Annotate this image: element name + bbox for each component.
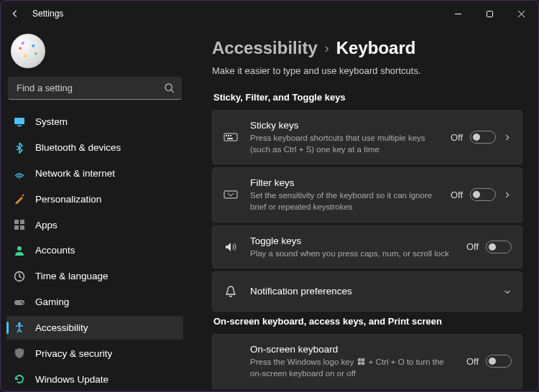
sidebar-item-network[interactable]: Network & internet xyxy=(6,162,183,186)
sidebar-item-label: System xyxy=(35,116,68,127)
time-icon xyxy=(14,271,25,282)
chevron-down-icon xyxy=(503,287,512,297)
toggle-switch[interactable] xyxy=(470,131,496,144)
avatar[interactable] xyxy=(11,34,45,68)
page-subtitle: Make it easier to type and use keyboard … xyxy=(212,65,522,76)
breadcrumb-current: Keyboard xyxy=(336,38,416,58)
privacy-icon xyxy=(14,347,25,359)
setting-card-toggle[interactable]: Toggle keysPlay a sound when you press c… xyxy=(212,225,522,269)
card-desc: Set the sensitivity of the keyboard so i… xyxy=(250,190,439,213)
search-input[interactable] xyxy=(8,77,182,100)
sidebar-item-label: Accounts xyxy=(35,245,75,256)
nav: SystemBluetooth & devicesNetwork & inter… xyxy=(6,110,183,391)
toggle-state: Off xyxy=(466,356,479,367)
sidebar-item-privacy[interactable]: Privacy & security xyxy=(6,341,183,365)
breadcrumb-parent[interactable]: Accessibility xyxy=(212,38,318,58)
network-icon xyxy=(14,168,25,179)
sidebar-item-apps[interactable]: Apps xyxy=(6,213,183,237)
update-icon xyxy=(14,373,25,385)
card-desc: Play a sound when you press caps, num, o… xyxy=(250,248,455,260)
chevron-right-icon xyxy=(503,133,512,142)
toggle-switch[interactable] xyxy=(486,241,512,253)
card-desc: Press keyboard shortcuts that use multip… xyxy=(250,133,439,155)
search-container xyxy=(8,77,182,100)
chevron-right-icon xyxy=(503,190,512,200)
accessibility-icon xyxy=(14,322,25,333)
sidebar-item-accessibility[interactable]: Accessibility xyxy=(6,316,183,340)
breadcrumb: Accessibility › Keyboard xyxy=(212,38,522,58)
sidebar-item-label: Bluetooth & devices xyxy=(35,142,121,153)
sidebar-item-label: Privacy & security xyxy=(35,348,112,359)
setting-card-filter[interactable]: Filter keysSet the sensitivity of the ke… xyxy=(212,167,522,222)
sidebar-item-accounts[interactable]: Accounts xyxy=(6,238,183,263)
sidebar-item-label: Network & internet xyxy=(35,168,115,179)
accounts-icon xyxy=(14,245,25,256)
sidebar-item-personalization[interactable]: Personalization xyxy=(6,187,183,211)
close-button[interactable] xyxy=(505,3,537,24)
sidebar-item-time[interactable]: Time & language xyxy=(6,264,183,289)
setting-card-osk[interactable]: On-screen keyboardPress the Windows logo… xyxy=(212,334,522,388)
section-heading: On-screen keyboard, access keys, and Pri… xyxy=(213,316,522,327)
maximize-button[interactable] xyxy=(474,3,505,24)
main-content: Accessibility › Keyboard Make it easier … xyxy=(189,27,538,391)
sidebar-item-label: Windows Update xyxy=(35,374,109,385)
section-heading: Sticky, Filter, and Toggle keys xyxy=(213,92,522,103)
sidebar-item-label: Time & language xyxy=(35,271,109,281)
toggle-keys-icon xyxy=(223,240,239,254)
card-title: Notification preferences xyxy=(250,285,492,298)
sidebar-item-update[interactable]: Windows Update xyxy=(6,367,183,391)
toggle-state: Off xyxy=(451,190,463,200)
minimize-button[interactable] xyxy=(442,3,474,24)
personalization-icon xyxy=(14,193,25,205)
sidebar-item-gaming[interactable]: Gaming xyxy=(6,290,183,314)
card-desc: Press the Windows logo key + Ctrl + O to… xyxy=(250,357,455,379)
setting-card-notif[interactable]: Notification preferences xyxy=(212,271,522,312)
window-title: Settings xyxy=(32,9,63,19)
bell-icon xyxy=(223,284,239,299)
card-title: On-screen keyboard xyxy=(250,343,455,356)
back-button[interactable] xyxy=(8,6,22,21)
sidebar-item-label: Accessibility xyxy=(35,322,88,333)
sidebar-item-label: Apps xyxy=(35,220,57,230)
card-title: Filter keys xyxy=(250,177,439,190)
sticky-keys-icon xyxy=(223,130,239,144)
card-title: Sticky keys xyxy=(250,119,439,132)
sidebar-item-label: Gaming xyxy=(35,297,69,307)
chevron-right-icon: › xyxy=(325,41,329,56)
toggle-switch[interactable] xyxy=(486,355,512,368)
sidebar-item-system[interactable]: System xyxy=(6,110,183,134)
apps-icon xyxy=(14,219,25,230)
sidebar-item-label: Personalization xyxy=(35,194,101,205)
toggle-state: Off xyxy=(451,132,463,143)
system-icon xyxy=(14,116,25,128)
card-title: Toggle keys xyxy=(250,235,455,248)
sidebar: SystemBluetooth & devicesNetwork & inter… xyxy=(1,27,189,391)
sidebar-item-bluetooth[interactable]: Bluetooth & devices xyxy=(6,136,183,160)
titlebar: Settings xyxy=(1,1,538,27)
gaming-icon xyxy=(14,297,25,308)
windows-key-icon xyxy=(358,358,365,369)
toggle-switch[interactable] xyxy=(470,188,496,201)
filter-keys-icon xyxy=(223,187,239,202)
toggle-state: Off xyxy=(466,241,479,252)
bluetooth-icon xyxy=(14,142,25,154)
svg-rect-0 xyxy=(487,11,492,17)
setting-card-sticky[interactable]: Sticky keysPress keyboard shortcuts that… xyxy=(212,110,522,164)
